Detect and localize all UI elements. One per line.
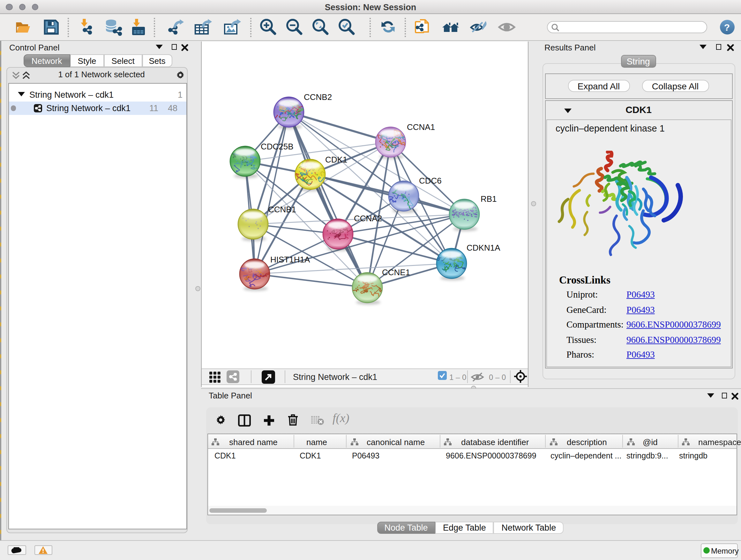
svg-text:CDK1: CDK1 [325,154,347,164]
svg-text:CDC25B: CDC25B [260,141,293,151]
svg-text:CCNB2: CCNB2 [304,92,332,102]
svg-text:CCNA1: CCNA1 [407,122,434,132]
svg-text:CCNA2: CCNA2 [354,213,382,223]
svg-text:CCNE1: CCNE1 [382,267,410,277]
svg-text:HIST1H1A: HIST1H1A [270,254,310,264]
svg-text:CCNB1: CCNB1 [268,204,296,214]
svg-text:CDC6: CDC6 [419,176,441,185]
svg-text:CDKN1A: CDKN1A [466,243,500,252]
svg-text:RB1: RB1 [480,194,496,203]
